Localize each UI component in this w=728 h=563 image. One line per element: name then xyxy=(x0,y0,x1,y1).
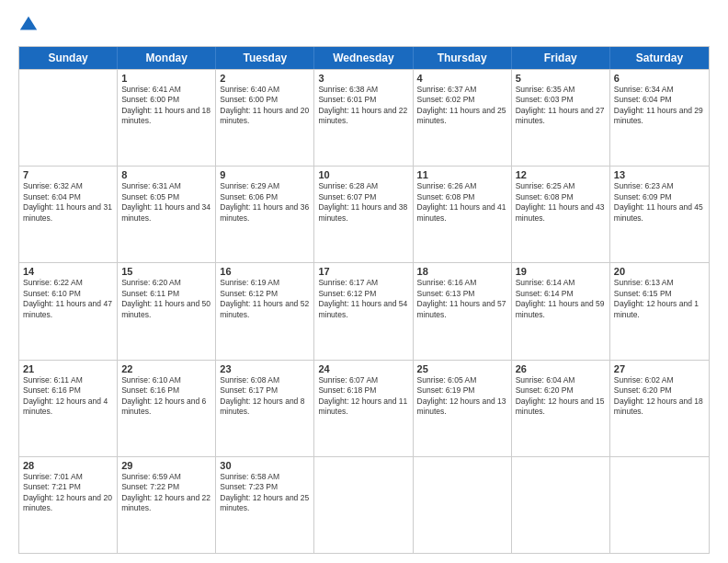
calendar-cell xyxy=(19,70,118,166)
logo xyxy=(18,15,40,39)
calendar-header-day: Sunday xyxy=(19,47,118,69)
cell-info: Sunrise: 6:34 AMSunset: 6:04 PMDaylight:… xyxy=(614,85,705,127)
calendar-cell: 29Sunrise: 6:59 AMSunset: 7:22 PMDayligh… xyxy=(118,457,216,553)
cell-day-number: 15 xyxy=(121,266,211,277)
calendar-header-day: Wednesday xyxy=(314,47,413,69)
cell-info: Sunrise: 6:02 AMSunset: 6:20 PMDaylight:… xyxy=(614,375,705,418)
cell-info: Sunrise: 6:20 AMSunset: 6:11 PMDaylight:… xyxy=(121,278,211,320)
cell-day-number: 8 xyxy=(121,169,211,180)
calendar-row: 7Sunrise: 6:32 AMSunset: 6:04 PMDaylight… xyxy=(19,166,709,262)
calendar-header-day: Friday xyxy=(512,47,610,69)
cell-day-number: 27 xyxy=(614,363,705,374)
cell-day-number: 10 xyxy=(318,169,408,180)
calendar-cell: 14Sunrise: 6:22 AMSunset: 6:10 PMDayligh… xyxy=(19,263,118,359)
calendar-cell: 5Sunrise: 6:35 AMSunset: 6:03 PMDaylight… xyxy=(512,70,610,166)
calendar-cell: 24Sunrise: 6:07 AMSunset: 6:18 PMDayligh… xyxy=(314,361,413,456)
calendar-cell: 30Sunrise: 6:58 AMSunset: 7:23 PMDayligh… xyxy=(216,457,314,553)
cell-info: Sunrise: 6:07 AMSunset: 6:18 PMDaylight:… xyxy=(318,375,408,418)
page: SundayMondayTuesdayWednesdayThursdayFrid… xyxy=(0,0,728,563)
cell-info: Sunrise: 6:16 AMSunset: 6:13 PMDaylight:… xyxy=(417,278,507,320)
calendar-cell: 10Sunrise: 6:28 AMSunset: 6:07 PMDayligh… xyxy=(314,167,413,262)
cell-info: Sunrise: 6:40 AMSunset: 6:00 PMDaylight:… xyxy=(220,85,310,127)
cell-info: Sunrise: 6:38 AMSunset: 6:01 PMDaylight:… xyxy=(318,85,408,127)
cell-info: Sunrise: 6:26 AMSunset: 6:08 PMDaylight:… xyxy=(417,181,507,224)
cell-day-number: 18 xyxy=(417,266,507,277)
cell-day-number: 13 xyxy=(614,169,705,180)
calendar-cell: 7Sunrise: 6:32 AMSunset: 6:04 PMDaylight… xyxy=(19,167,118,262)
cell-day-number: 21 xyxy=(23,363,113,374)
cell-info: Sunrise: 6:04 AMSunset: 6:20 PMDaylight:… xyxy=(516,375,606,418)
cell-info: Sunrise: 6:17 AMSunset: 6:12 PMDaylight:… xyxy=(318,278,408,320)
calendar-cell: 3Sunrise: 6:38 AMSunset: 6:01 PMDaylight… xyxy=(314,70,413,166)
cell-info: Sunrise: 6:32 AMSunset: 6:04 PMDaylight:… xyxy=(23,181,113,224)
calendar-cell xyxy=(314,457,413,553)
calendar-cell: 20Sunrise: 6:13 AMSunset: 6:15 PMDayligh… xyxy=(610,263,709,359)
calendar-cell: 4Sunrise: 6:37 AMSunset: 6:02 PMDaylight… xyxy=(414,70,512,166)
cell-day-number: 3 xyxy=(318,73,408,84)
cell-info: Sunrise: 6:05 AMSunset: 6:19 PMDaylight:… xyxy=(417,375,507,418)
cell-day-number: 16 xyxy=(220,266,310,277)
cell-day-number: 17 xyxy=(318,266,408,277)
calendar-cell: 13Sunrise: 6:23 AMSunset: 6:09 PMDayligh… xyxy=(610,167,709,262)
calendar-cell: 6Sunrise: 6:34 AMSunset: 6:04 PMDaylight… xyxy=(610,70,709,166)
calendar-cell: 2Sunrise: 6:40 AMSunset: 6:00 PMDaylight… xyxy=(216,70,314,166)
cell-info: Sunrise: 6:41 AMSunset: 6:00 PMDaylight:… xyxy=(121,85,211,127)
cell-info: Sunrise: 6:28 AMSunset: 6:07 PMDaylight:… xyxy=(318,181,408,224)
cell-day-number: 7 xyxy=(23,169,113,180)
calendar-header-day: Saturday xyxy=(610,47,709,69)
calendar-cell: 8Sunrise: 6:31 AMSunset: 6:05 PMDaylight… xyxy=(118,167,216,262)
cell-day-number: 29 xyxy=(121,460,211,471)
cell-day-number: 19 xyxy=(516,266,606,277)
calendar-cell: 21Sunrise: 6:11 AMSunset: 6:16 PMDayligh… xyxy=(19,361,118,456)
cell-info: Sunrise: 6:35 AMSunset: 6:03 PMDaylight:… xyxy=(516,85,606,127)
header xyxy=(18,15,710,39)
cell-info: Sunrise: 6:19 AMSunset: 6:12 PMDaylight:… xyxy=(220,278,310,320)
cell-day-number: 28 xyxy=(23,460,113,471)
cell-day-number: 25 xyxy=(417,363,507,374)
calendar-cell: 26Sunrise: 6:04 AMSunset: 6:20 PMDayligh… xyxy=(512,361,610,456)
calendar-cell xyxy=(512,457,610,553)
calendar-cell: 11Sunrise: 6:26 AMSunset: 6:08 PMDayligh… xyxy=(414,167,512,262)
calendar-cell: 22Sunrise: 6:10 AMSunset: 6:16 PMDayligh… xyxy=(118,361,216,456)
cell-info: Sunrise: 6:31 AMSunset: 6:05 PMDaylight:… xyxy=(121,181,211,224)
calendar-cell xyxy=(610,457,709,553)
cell-info: Sunrise: 6:14 AMSunset: 6:14 PMDaylight:… xyxy=(516,278,606,320)
logo-icon xyxy=(18,15,39,35)
cell-info: Sunrise: 6:22 AMSunset: 6:10 PMDaylight:… xyxy=(23,278,113,320)
calendar-cell: 15Sunrise: 6:20 AMSunset: 6:11 PMDayligh… xyxy=(118,263,216,359)
calendar: SundayMondayTuesdayWednesdayThursdayFrid… xyxy=(18,46,710,554)
calendar-cell: 12Sunrise: 6:25 AMSunset: 6:08 PMDayligh… xyxy=(512,167,610,262)
calendar-header-row: SundayMondayTuesdayWednesdayThursdayFrid… xyxy=(19,47,709,69)
cell-info: Sunrise: 6:10 AMSunset: 6:16 PMDaylight:… xyxy=(121,375,211,418)
cell-day-number: 26 xyxy=(516,363,606,374)
cell-info: Sunrise: 6:37 AMSunset: 6:02 PMDaylight:… xyxy=(417,85,507,127)
calendar-body: 1Sunrise: 6:41 AMSunset: 6:00 PMDaylight… xyxy=(19,69,709,553)
calendar-cell: 1Sunrise: 6:41 AMSunset: 6:00 PMDaylight… xyxy=(118,70,216,166)
cell-info: Sunrise: 6:23 AMSunset: 6:09 PMDaylight:… xyxy=(614,181,705,224)
calendar-header-day: Monday xyxy=(118,47,216,69)
calendar-cell: 16Sunrise: 6:19 AMSunset: 6:12 PMDayligh… xyxy=(216,263,314,359)
cell-day-number: 14 xyxy=(23,266,113,277)
cell-info: Sunrise: 6:58 AMSunset: 7:23 PMDaylight:… xyxy=(220,472,310,514)
cell-day-number: 30 xyxy=(220,460,310,471)
calendar-row: 1Sunrise: 6:41 AMSunset: 6:00 PMDaylight… xyxy=(19,69,709,166)
cell-day-number: 5 xyxy=(516,73,606,84)
calendar-cell: 23Sunrise: 6:08 AMSunset: 6:17 PMDayligh… xyxy=(216,361,314,456)
cell-info: Sunrise: 6:25 AMSunset: 6:08 PMDaylight:… xyxy=(516,181,606,224)
calendar-header-day: Thursday xyxy=(414,47,512,69)
calendar-cell: 18Sunrise: 6:16 AMSunset: 6:13 PMDayligh… xyxy=(414,263,512,359)
cell-info: Sunrise: 6:59 AMSunset: 7:22 PMDaylight:… xyxy=(121,472,211,514)
cell-info: Sunrise: 6:29 AMSunset: 6:06 PMDaylight:… xyxy=(220,181,310,224)
cell-day-number: 11 xyxy=(417,169,507,180)
cell-info: Sunrise: 6:13 AMSunset: 6:15 PMDaylight:… xyxy=(614,278,705,320)
calendar-cell xyxy=(414,457,512,553)
calendar-row: 28Sunrise: 7:01 AMSunset: 7:21 PMDayligh… xyxy=(19,456,709,553)
calendar-header-day: Tuesday xyxy=(216,47,314,69)
cell-day-number: 23 xyxy=(220,363,310,374)
cell-day-number: 9 xyxy=(220,169,310,180)
cell-day-number: 22 xyxy=(121,363,211,374)
cell-day-number: 20 xyxy=(614,266,705,277)
cell-day-number: 24 xyxy=(318,363,408,374)
cell-day-number: 6 xyxy=(614,73,705,84)
cell-info: Sunrise: 7:01 AMSunset: 7:21 PMDaylight:… xyxy=(23,472,113,514)
